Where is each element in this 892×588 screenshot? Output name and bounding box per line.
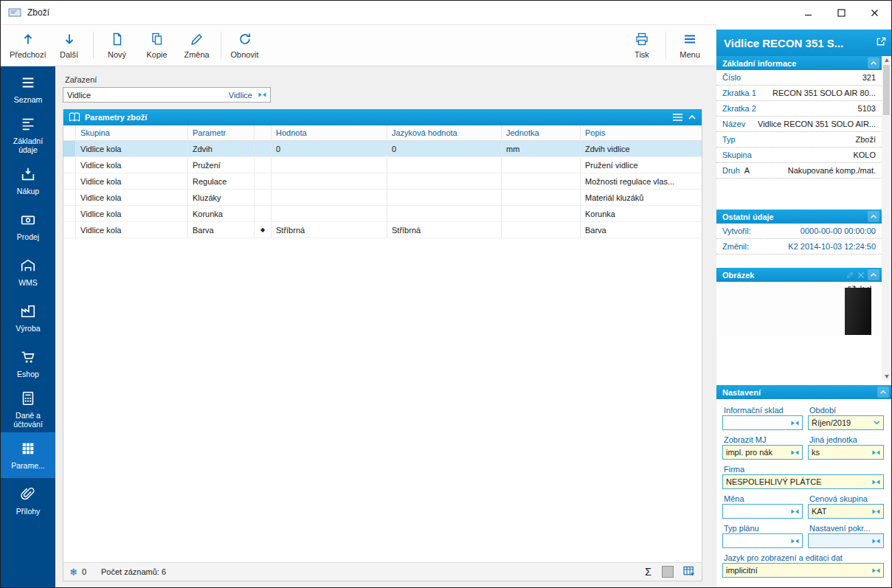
jina-jednotka-input[interactable]: ks	[808, 445, 884, 460]
section-header-obrazek[interactable]: Obrázek	[716, 268, 882, 282]
lookup-wings-icon[interactable]	[872, 568, 880, 573]
toolbar-button-label: Předchozí	[10, 50, 46, 59]
cell-hodnota	[272, 206, 387, 221]
row-selector-cell	[63, 173, 76, 189]
open-in-window-icon[interactable]	[876, 36, 887, 49]
lookup-wings-icon[interactable]	[258, 92, 266, 97]
panel-menu-hamburger-icon[interactable]	[672, 113, 683, 122]
refresh-button[interactable]: Obnovit	[225, 25, 265, 66]
vertical-scrollbar[interactable]	[882, 56, 891, 381]
jazyk-input[interactable]: implicitní	[722, 563, 884, 578]
row-selector-cell	[63, 190, 76, 205]
section-header-nastaveni[interactable]: Nastavení	[716, 385, 891, 399]
zarazeni-input[interactable]: Vidlice Vidlice	[63, 87, 271, 103]
lookup-wings-icon[interactable]	[791, 509, 799, 514]
cell-skupina: Vidlice kola	[76, 206, 188, 221]
sidebar-item-prilohy[interactable]: Přílohy	[1, 478, 55, 524]
book-icon	[69, 112, 80, 122]
sidebar-item-prodej[interactable]: Prodej	[1, 204, 55, 249]
table-row[interactable]: Vidlice kola Regulace Možnosti regulace …	[63, 173, 702, 190]
scrollbar-thumb[interactable]	[883, 65, 890, 115]
zarazeni-value: Vidlice	[67, 91, 229, 100]
sidebar-item-dane-a-uctovani[interactable]: Daně a účtování	[1, 387, 55, 432]
new-button[interactable]: Nový	[97, 25, 137, 66]
section-header-zakladni-informace[interactable]: Základní informace	[716, 56, 882, 70]
sidebar-item-seznam[interactable]: Seznam	[1, 66, 55, 112]
scrollbar-down-arrow[interactable]	[885, 375, 889, 378]
change-button[interactable]: Změna	[177, 25, 217, 66]
cell-popis: Barva	[581, 222, 702, 238]
lookup-wings-icon[interactable]	[791, 539, 799, 544]
table-header-parametr[interactable]: Parametr	[188, 125, 255, 141]
sidebar-item-wms[interactable]: WMS	[1, 249, 55, 295]
close-button[interactable]	[858, 1, 891, 24]
obdobi-select[interactable]: Říjen/2019	[808, 415, 884, 430]
table-row[interactable]: Vidlice kola Korunka Korunka	[63, 206, 702, 222]
table-header-jazykova-hodnota[interactable]: Jazyková hodnota	[387, 125, 502, 141]
lookup-wings-icon[interactable]	[872, 509, 880, 514]
section-title: Základní informace	[722, 59, 865, 68]
lookup-wings-icon[interactable]	[872, 539, 880, 544]
lookup-wings-icon[interactable]	[872, 450, 880, 455]
cell-parametr: Korunka	[188, 206, 255, 221]
mena-input[interactable]	[722, 504, 803, 519]
sum-sigma-button[interactable]: Σ	[645, 566, 651, 578]
field-value: 321	[862, 73, 876, 82]
next-record-button[interactable]: Další	[49, 25, 89, 66]
field-label: Vytvořil:	[722, 226, 751, 235]
field-prefix: A	[744, 166, 750, 175]
minimize-button[interactable]	[792, 1, 825, 24]
collapse-chevron-up-icon[interactable]	[868, 211, 879, 222]
field-row-cislo: Číslo 321	[716, 70, 882, 86]
table-row[interactable]: Vidlice kola Barva ◆ Stříbrná Stříbrná B…	[63, 222, 702, 238]
lookup-wings-icon[interactable]	[872, 480, 880, 485]
warehouse-icon	[20, 257, 36, 275]
table-header-popis[interactable]: Popis	[581, 125, 702, 141]
cell-skupina: Vidlice kola	[76, 141, 188, 156]
sidebar-item-vyroba[interactable]: Výroba	[1, 295, 55, 341]
window-controls	[792, 1, 891, 24]
table-header-marker[interactable]	[255, 125, 272, 141]
sidebar-item-parametry[interactable]: Parame...	[1, 432, 55, 478]
sidebar-item-zakladni-udaje[interactable]: Základní údaje	[1, 112, 55, 158]
field-row-zkratka-2: Zkratka 2 5103	[716, 101, 882, 117]
cenova-skupina-input[interactable]: KAT	[808, 504, 884, 519]
lookup-wings-icon[interactable]	[791, 450, 799, 455]
scrollbar-up-arrow[interactable]	[885, 58, 889, 62]
table-header-hodnota[interactable]: Hodnota	[272, 125, 387, 141]
mena-label: Měna	[722, 493, 803, 504]
zarazeni-link[interactable]: Vidlice	[229, 91, 252, 100]
color-indicator-button[interactable]	[662, 566, 674, 578]
table-row[interactable]: Vidlice kola Zdvih 0 0 mm Zdvih vidlice	[63, 141, 702, 157]
sidebar-item-eshop[interactable]: Eshop	[1, 341, 55, 387]
collapse-chevron-up-icon[interactable]	[877, 387, 889, 398]
chevron-down-icon[interactable]	[874, 421, 880, 425]
collapse-chevron-up-icon[interactable]	[868, 269, 879, 280]
table-row[interactable]: Vidlice kola Kluzáky Materiál kluzáků	[63, 190, 702, 206]
sidebar-item-label: Parame...	[11, 461, 45, 470]
print-button[interactable]: Tisk	[622, 25, 662, 66]
nastaveni-pokr-input[interactable]	[808, 533, 884, 548]
table-header-skupina[interactable]: Skupina	[76, 125, 188, 141]
section-header-ostatni-udaje[interactable]: Ostatní údaje	[716, 210, 882, 224]
panel-collapse-chevron-up-icon[interactable]	[688, 114, 696, 120]
copy-button[interactable]: Kopie	[137, 25, 177, 66]
firma-input[interactable]: NESPOLEHLIVÝ PLÁTCE	[722, 474, 884, 489]
table-row[interactable]: Vidlice kola Pružení Pružení vidlice	[63, 157, 702, 173]
table-settings-icon[interactable]	[683, 566, 696, 578]
typ-planu-input[interactable]	[722, 533, 803, 548]
record-count: Počet záznamů: 6	[101, 567, 166, 576]
zobrazit-mj-input[interactable]: impl. pro nák	[722, 445, 803, 460]
cell-hodnota	[272, 157, 387, 173]
lookup-wings-icon[interactable]	[791, 421, 799, 426]
sidebar-item-nakup[interactable]: Nákup	[1, 158, 55, 204]
previous-record-button[interactable]: Předchozí	[7, 25, 49, 66]
informacni-sklad-input[interactable]	[722, 415, 803, 430]
field-row-skupina: Skupina KOLO	[716, 148, 882, 163]
collapse-chevron-up-icon[interactable]	[868, 58, 879, 69]
menu-button[interactable]: Menu	[670, 25, 710, 66]
maximize-button[interactable]	[825, 1, 858, 24]
table-header-jednotka[interactable]: Jednotka	[502, 125, 581, 141]
parameters-panel-header[interactable]: Parametry zboží	[63, 109, 702, 125]
cell-marker: ◆	[255, 222, 272, 238]
